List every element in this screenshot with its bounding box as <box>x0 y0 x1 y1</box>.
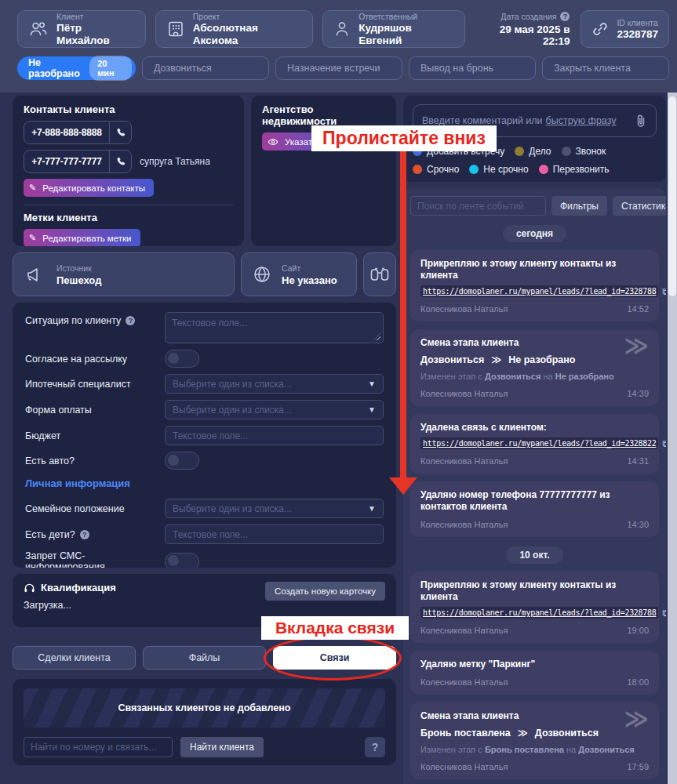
feed-event-card: Смена этапа клиента≫Бронь поставлена≫Доз… <box>410 702 659 779</box>
event-link[interactable]: https://domoplaner.ru/mypanel/leads/?lea… <box>420 285 658 297</box>
quick-action-label: Звонок <box>576 146 606 157</box>
marital-label: Семейное положение <box>25 503 125 514</box>
phone-number-box[interactable]: +7-888-888-8888 <box>24 121 132 144</box>
phone-number: +7-888-888-8888 <box>24 127 109 138</box>
labels-title: Метки клиента <box>24 212 233 223</box>
event-time: 14:31 <box>627 456 649 466</box>
find-client-button[interactable]: Найти клиента <box>180 737 264 757</box>
copy-icon[interactable]: ⧉ <box>662 286 666 297</box>
feed-search-input[interactable] <box>410 196 546 216</box>
divider <box>24 205 233 205</box>
feed-event-card: Прикрепляю к этому клиенту контакты из к… <box>410 572 659 643</box>
edit-icon: ✎ <box>29 183 36 192</box>
page-scrollbar[interactable] <box>668 93 677 784</box>
event-footer: Колесникова Наталья19:00 <box>420 626 649 635</box>
edit-labels-button[interactable]: ✎ Редактировать метки <box>24 229 140 246</box>
double-chevron-icon: ≫ <box>624 707 649 731</box>
quick-phrase-link[interactable]: быструю фразу <box>546 115 617 126</box>
client-id-value: 2328787 <box>617 28 658 41</box>
globe-icon <box>252 264 272 285</box>
project-label: Проект <box>193 12 302 21</box>
feed-event-card: Смена этапа клиента≫Дозвониться≫Не разоб… <box>410 329 659 406</box>
phone-call-icon[interactable] <box>109 151 131 172</box>
project-chip[interactable]: Проект Абсолютная Аксиома <box>155 10 313 48</box>
checkbox-dot-icon <box>539 165 548 174</box>
contacts-title: Контакты клиента <box>24 103 233 115</box>
event-footer: Колесникова Наталья17:59 <box>420 762 649 771</box>
quick-action-checkbox[interactable]: Звонок <box>562 146 606 157</box>
filters-button[interactable]: Фильтры <box>551 196 607 216</box>
payment-select[interactable]: Выберите один из списка...▼ <box>165 400 384 419</box>
quick-action-checkbox[interactable]: Срочно <box>413 164 459 175</box>
tab-deals[interactable]: Сделки клиента <box>13 646 136 670</box>
stage-button[interactable]: Дозвониться <box>142 56 269 80</box>
help-key-icon[interactable]: ? <box>365 737 385 757</box>
client-label: Клиент <box>56 12 135 21</box>
event-link[interactable]: https://domoplaner.ru/mypanel/leads/?lea… <box>420 607 658 619</box>
paperclip-icon[interactable] <box>635 114 647 128</box>
mortgage-select[interactable]: Выберите один из списка...▼ <box>165 374 384 394</box>
client-name: Пётр Михайлов <box>56 22 135 47</box>
stage-active-button[interactable]: Не разобрано 20 мин <box>17 56 136 80</box>
marital-select[interactable]: Выберите один из списка...▼ <box>165 499 384 518</box>
children-input[interactable]: Текстовое поле... <box>165 524 384 544</box>
header-bar: Клиент Пётр Михайлов Проект Абсолютная А… <box>0 0 677 93</box>
quick-action-label: Срочно <box>427 164 459 175</box>
tab-hint-overlay: Вкладка связи <box>261 616 409 640</box>
eye-icon <box>268 137 278 147</box>
client-chip[interactable]: Клиент Пётр Михайлов <box>17 10 146 48</box>
quick-action-checkbox[interactable]: Дело <box>515 146 551 157</box>
copy-icon[interactable]: ⧉ <box>662 608 666 619</box>
statistics-button[interactable]: Статистика <box>613 196 666 216</box>
event-title: Прикрепляю к этому клиенту контакты из к… <box>420 579 649 603</box>
event-time: 14:39 <box>627 389 649 398</box>
responsible-chip[interactable]: Ответственный Кудряшов Евгений <box>322 10 465 48</box>
mailing-label: Согласие на рассылку <box>25 354 127 365</box>
phone-row: +7-888-888-8888 <box>24 121 233 144</box>
client-id-chip[interactable]: ID клиента 2328787 <box>581 10 669 48</box>
stage-button[interactable]: Вывод на бронь <box>409 56 536 80</box>
scrollbar-thumb[interactable] <box>668 96 676 296</box>
mailing-toggle[interactable] <box>165 350 199 368</box>
site-chip[interactable]: Сайт Не указано <box>241 252 357 296</box>
copy-icon[interactable]: ⧉ <box>662 438 666 449</box>
phone-note: супруга Татьяна <box>140 156 210 167</box>
agency-title: Агентство недвижимости <box>262 103 385 127</box>
stage-to: Дозвониться <box>535 728 599 739</box>
phone-number-box[interactable]: +7-777-777-7777 <box>24 150 132 173</box>
edit-contacts-button[interactable]: ✎ Редактировать контакты <box>24 179 154 197</box>
stage-note: Изменен этап с Дозвониться на Не разобра… <box>420 372 649 382</box>
help-icon[interactable]: ? <box>126 316 135 325</box>
chevron-down-icon: ▼ <box>368 504 376 513</box>
relation-search-input[interactable] <box>24 737 173 757</box>
headset-icon <box>24 583 35 593</box>
help-icon[interactable]: ? <box>560 12 570 21</box>
building-icon <box>166 20 185 38</box>
source-chip[interactable]: Источник Пешеход <box>13 252 235 296</box>
created-label: Дата создания <box>500 12 556 21</box>
help-icon[interactable]: ? <box>80 530 89 539</box>
stage-button[interactable]: Назначение встречи <box>275 56 402 80</box>
quick-action-label: Не срочно <box>483 164 528 175</box>
source-label: Источник <box>56 263 101 273</box>
create-card-button[interactable]: Создать новую карточку <box>265 582 385 601</box>
qualification-status: Загрузка... <box>24 600 116 611</box>
event-footer: Колесникова Наталья14:52 <box>420 304 649 314</box>
situation-textarea[interactable]: Текстовое поле... <box>165 312 384 343</box>
responsible-label: Ответственный <box>359 12 454 21</box>
sms-toggle[interactable] <box>165 553 199 568</box>
stage-button[interactable]: Закрыть клиента <box>542 56 669 80</box>
quick-action-checkbox[interactable]: Не срочно <box>469 164 528 175</box>
car-label: Есть авто? <box>25 456 75 466</box>
feed-date-separator: 10 окт. <box>410 546 659 564</box>
phone-call-icon[interactable] <box>109 122 131 143</box>
car-toggle[interactable] <box>165 452 199 470</box>
tab-files[interactable]: Файлы <box>143 646 266 670</box>
event-link[interactable]: https://domoplaner.ru/mypanel/leads/?lea… <box>420 437 658 449</box>
event-title: Удаляю номер телефона 77777777777 из кон… <box>420 489 649 513</box>
feed-list: сегодняПрикрепляю к этому клиенту контак… <box>410 225 659 784</box>
budget-input[interactable]: Текстовое поле... <box>165 426 384 445</box>
quick-action-checkbox[interactable]: Перезвонить <box>539 164 610 175</box>
lookup-button[interactable] <box>363 252 396 296</box>
feed-date-separator: сегодня <box>410 225 659 242</box>
